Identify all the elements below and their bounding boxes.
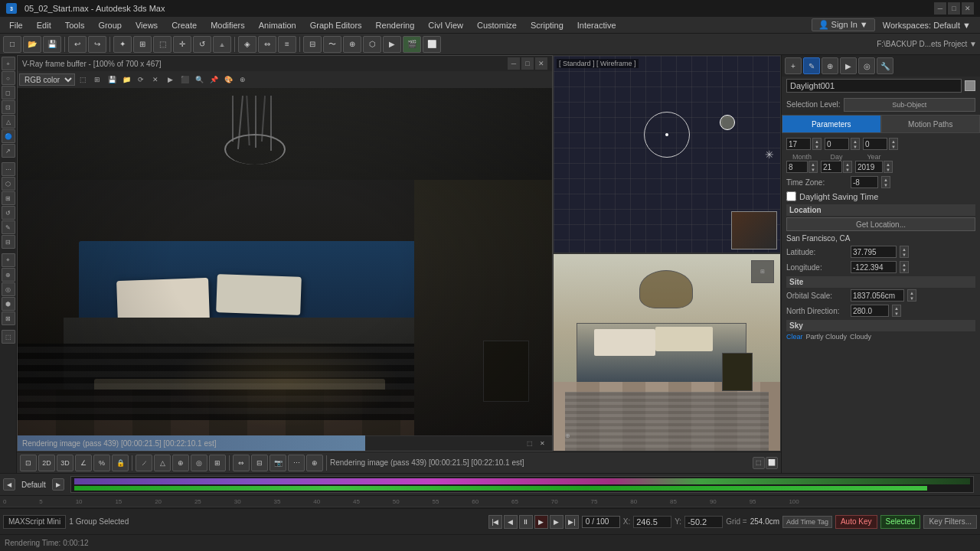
daylight-saving-checkbox[interactable] — [786, 191, 796, 201]
render-expand[interactable]: ⬚ — [524, 439, 535, 449]
menu-create[interactable]: Create — [165, 19, 203, 31]
year-spinner[interactable]: ▲▼ — [884, 161, 893, 173]
left-tool-6[interactable]: 🔵 — [2, 129, 15, 143]
spinner-3[interactable]: ▲▼ — [889, 138, 898, 150]
viewport-persp[interactable]: [ Standard ] [ Default Shading ] — [553, 253, 781, 452]
vray-btn-4[interactable]: 📁 — [119, 73, 133, 86]
object-name-input[interactable] — [786, 79, 962, 93]
rgb-color-select[interactable]: RGB color — [19, 73, 75, 86]
key-filters-button[interactable]: Key Filters... — [923, 515, 977, 529]
timeline-prev[interactable]: ◀ — [3, 478, 15, 491]
play-button[interactable]: ▶ — [534, 515, 548, 529]
prev-frame-button[interactable]: ◀ — [504, 515, 518, 529]
month-spinner[interactable]: ▲▼ — [808, 161, 818, 173]
left-tool-19[interactable]: ⬚ — [2, 330, 15, 344]
redo-button[interactable]: ↪ — [88, 36, 106, 53]
render-expand-btn[interactable]: ⬜ — [766, 457, 778, 469]
menu-rendering[interactable]: Rendering — [370, 19, 421, 31]
btm-snap-3d[interactable]: 3D — [57, 455, 74, 471]
menu-interactive[interactable]: Interactive — [571, 19, 622, 31]
auto-key-button[interactable]: Auto Key — [835, 515, 877, 529]
left-tool-9[interactable]: ⬡ — [2, 177, 15, 191]
nav-cube[interactable]: ⊞ — [751, 260, 774, 283]
btm-pivot[interactable]: ◎ — [191, 455, 207, 471]
left-tool-8[interactable]: ⋯ — [2, 162, 15, 176]
schematic-button[interactable]: ⊕ — [343, 36, 361, 53]
left-tool-18[interactable]: ⊠ — [2, 311, 15, 325]
btm-center[interactable]: ⊕ — [172, 455, 189, 471]
vray-btn-3[interactable]: 💾 — [105, 73, 119, 86]
left-tool-2[interactable]: ○ — [2, 71, 15, 85]
vray-btn-7[interactable]: ▶ — [163, 73, 177, 86]
vray-btn-5[interactable]: ⟳ — [134, 73, 148, 86]
render-btn2[interactable]: ⬜ — [423, 36, 441, 53]
hierarchy-tab[interactable]: ⊕ — [822, 57, 838, 74]
left-tool-15[interactable]: ⊕ — [2, 268, 15, 282]
open-scene-button[interactable]: 📂 — [23, 36, 41, 53]
maximize-button[interactable]: □ — [948, 2, 960, 15]
spinner-2[interactable]: ▲▼ — [851, 138, 860, 150]
left-tool-4[interactable]: ⊡ — [2, 100, 15, 114]
site-header[interactable]: Site — [786, 276, 975, 288]
display-tab[interactable]: ◎ — [858, 57, 875, 74]
sub-object-button[interactable]: Sub-Object — [844, 98, 975, 112]
left-tool-7[interactable]: ↗ — [2, 144, 15, 158]
create-tab[interactable]: + — [785, 57, 802, 74]
menu-graph-editors[interactable]: Graph Editors — [304, 19, 368, 31]
vray-btn-10[interactable]: 📌 — [207, 73, 220, 86]
left-tool-17[interactable]: ⬢ — [2, 297, 15, 311]
timezone-input[interactable] — [851, 176, 878, 188]
menu-tools[interactable]: Tools — [59, 19, 91, 31]
go-end-button[interactable]: ▶| — [565, 515, 579, 529]
location-header[interactable]: Location — [786, 204, 975, 216]
undo-button[interactable]: ↩ — [68, 36, 87, 53]
north-dir-input[interactable] — [851, 305, 889, 317]
add-time-tag-button[interactable]: Add Time Tag — [782, 516, 832, 528]
btm-array[interactable]: ⊟ — [251, 455, 268, 471]
select-region-button[interactable]: ⬚ — [153, 36, 172, 53]
left-tool-10[interactable]: ⊞ — [2, 191, 15, 205]
btm-face[interactable]: △ — [154, 455, 171, 471]
left-tool-3[interactable]: ◻ — [2, 86, 15, 99]
btm-ref[interactable]: ⊞ — [209, 455, 226, 471]
spinner-1[interactable]: ▲▼ — [812, 138, 822, 150]
longitude-spinner[interactable]: ▲▼ — [900, 261, 909, 273]
menu-customize[interactable]: Customize — [471, 19, 523, 31]
year-input[interactable] — [855, 161, 883, 173]
material-editor-button[interactable]: ⬡ — [363, 36, 381, 53]
orbital-scale-spinner[interactable]: ▲▼ — [907, 289, 916, 302]
menu-civl-view[interactable]: CivI View — [422, 19, 469, 31]
latitude-input[interactable] — [851, 246, 897, 258]
menu-edit[interactable]: Edit — [31, 19, 57, 31]
object-color-swatch[interactable] — [965, 80, 975, 91]
select-scale-button[interactable]: ⟁ — [213, 36, 231, 53]
vray-btn-6[interactable]: ✕ — [149, 73, 162, 86]
align-button[interactable]: ≡ — [278, 36, 296, 53]
time-val-1[interactable] — [786, 138, 811, 150]
select-move-button[interactable]: ✛ — [173, 36, 191, 53]
render-region-btn[interactable]: ⬚ — [753, 457, 765, 469]
vray-btn-11[interactable]: 🎨 — [221, 73, 235, 86]
selected-button[interactable]: Selected — [880, 515, 921, 529]
left-tool-1[interactable]: + — [2, 57, 15, 70]
go-start-button[interactable]: |◀ — [488, 515, 502, 529]
btm-percent-snap[interactable]: % — [93, 455, 110, 471]
sky-cloudy[interactable]: Cloudy — [850, 333, 871, 341]
btm-lock[interactable]: 🔒 — [112, 455, 129, 471]
left-tool-16[interactable]: ◎ — [2, 282, 15, 296]
north-dir-spinner[interactable]: ▲▼ — [892, 305, 901, 317]
render-setup-button[interactable]: ▶ — [383, 36, 401, 53]
left-tool-13[interactable]: ⊟ — [2, 235, 15, 249]
timeline-next[interactable]: ▶ — [52, 478, 64, 491]
get-location-button[interactable]: Get Location... — [786, 217, 975, 231]
render-frame-button[interactable]: 🎬 — [403, 36, 421, 53]
motion-tab[interactable]: ▶ — [840, 57, 857, 74]
menu-modifiers[interactable]: Modifiers — [204, 19, 251, 31]
btm-spacing[interactable]: ⋯ — [288, 455, 305, 471]
save-scene-button[interactable]: 💾 — [43, 36, 61, 53]
curve-editor-button[interactable]: 〜 — [323, 36, 341, 53]
latitude-spinner[interactable]: ▲▼ — [900, 246, 909, 258]
left-tool-12[interactable]: ✎ — [2, 220, 15, 234]
btm-clone[interactable]: ⊕ — [306, 455, 323, 471]
day-input[interactable] — [821, 161, 842, 173]
